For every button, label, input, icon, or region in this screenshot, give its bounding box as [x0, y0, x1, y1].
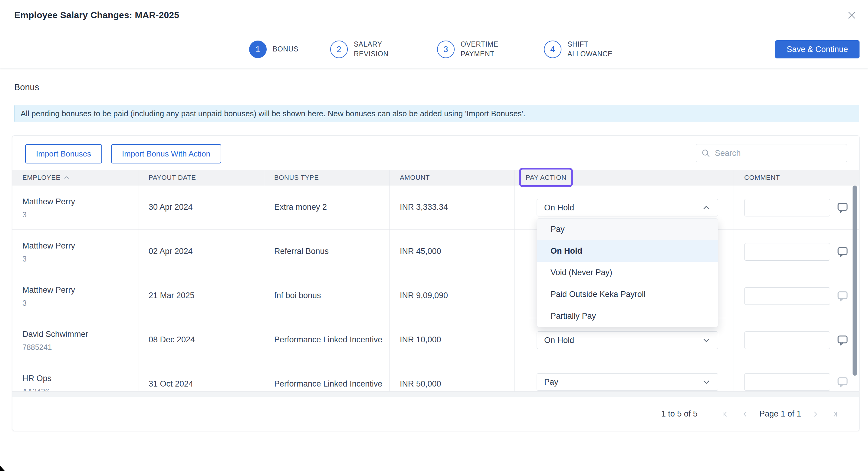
step-number: 2	[330, 40, 348, 58]
payout-date-cell: 21 Mar 2025	[149, 291, 195, 300]
column-divider	[515, 170, 515, 391]
table-row: HR OpsAA243631 Oct 2024Performance Linke…	[12, 362, 860, 391]
employee-id: AA2436	[22, 387, 49, 391]
table-footer: 1 to 5 of 5 Page 1 of 1	[12, 397, 860, 431]
table-row: Matthew Perry321 Mar 2025fnf boi bonusIN…	[12, 274, 860, 318]
comment-input[interactable]	[744, 287, 830, 305]
previous-page-icon[interactable]	[740, 409, 750, 419]
pay-action-value: Pay	[544, 377, 558, 387]
employee-salary-changes-modal: Employee Salary Changes: MAR-2025 1BONUS…	[0, 0, 868, 471]
step-number: 1	[249, 40, 267, 58]
comment-bubble-icon[interactable]	[836, 246, 849, 258]
bonus-type-cell: Extra money 2	[274, 202, 327, 212]
column-header-label: PAY ACTION	[526, 174, 566, 182]
amount-cell: INR 45,000	[400, 247, 441, 256]
employee-id: 3	[22, 255, 27, 264]
column-divider	[138, 170, 139, 391]
screen-corner-artifact	[0, 466, 5, 471]
employee-name: Matthew Perry	[22, 197, 75, 207]
stepper-step-bonus[interactable]: 1BONUS	[249, 40, 299, 58]
pay-action-value: On Hold	[544, 203, 574, 213]
bonus-type-cell: Performance Linked Incentive	[274, 379, 382, 389]
column-header-bonus-type[interactable]: BONUS TYPE	[274, 170, 319, 186]
table-row: Matthew Perry302 Apr 2024Referral BonusI…	[12, 230, 860, 274]
column-header-label: PAYOUT DATE	[149, 174, 196, 182]
dropdown-option-on-hold[interactable]: On Hold	[537, 240, 718, 262]
import-bonuses-button[interactable]: Import Bonuses	[25, 144, 102, 163]
page-title: Employee Salary Changes: MAR-2025	[14, 10, 179, 20]
sort-ascending-icon	[64, 175, 70, 181]
stepper-step-salary-revision[interactable]: 2SALARY REVISION	[330, 40, 405, 58]
payout-date-cell: 08 Dec 2024	[149, 335, 195, 344]
column-header-label: BONUS TYPE	[274, 174, 319, 182]
amount-cell: INR 50,000	[400, 379, 441, 389]
comment-bubble-icon[interactable]	[836, 334, 849, 347]
column-divider	[734, 170, 734, 391]
column-header-comment[interactable]: COMMENT	[744, 170, 780, 186]
dropdown-option-paid-outside-keka-payroll[interactable]: Paid Outside Keka Payroll	[537, 284, 718, 306]
step-label: SALARY REVISION	[354, 40, 405, 58]
amount-cell: INR 10,000	[400, 335, 441, 344]
employee-name: HR Ops	[22, 374, 52, 384]
stepper-step-shift-allowance[interactable]: 4SHIFT ALLOWANCE	[544, 40, 619, 58]
pagination-range-text: 1 to 5 of 5	[661, 409, 698, 419]
comment-input[interactable]	[744, 199, 830, 216]
section-heading: Bonus	[14, 82, 39, 92]
horizontal-scrollbar-track[interactable]	[12, 391, 860, 397]
amount-cell: INR 3,333.34	[400, 202, 448, 212]
info-banner: All pending bonuses to be paid (includin…	[14, 105, 859, 122]
bonus-type-cell: Performance Linked Incentive	[274, 335, 382, 344]
column-header-label: AMOUNT	[400, 174, 430, 182]
close-icon	[846, 9, 858, 21]
dropdown-option-partially-pay[interactable]: Partially Pay	[537, 305, 718, 327]
pay-action-select[interactable]: On Hold	[536, 199, 718, 216]
stepper-step-overtime-payment[interactable]: 3OVERTIME PAYMENT	[437, 40, 512, 58]
search-icon	[701, 148, 711, 158]
step-number: 3	[437, 40, 455, 58]
comment-bubble-icon[interactable]	[836, 376, 849, 388]
pay-action-select[interactable]: Pay	[536, 373, 718, 391]
payout-date-cell: 30 Apr 2024	[149, 202, 193, 212]
next-page-icon[interactable]	[810, 409, 820, 419]
column-header-pay-action[interactable]: PAY ACTION	[526, 170, 566, 186]
vertical-scrollbar[interactable]	[852, 186, 857, 376]
column-header-amount[interactable]: AMOUNT	[400, 170, 430, 186]
comment-input[interactable]	[744, 243, 830, 261]
comment-input[interactable]	[744, 332, 830, 349]
pay-action-value: On Hold	[544, 336, 574, 345]
comment-bubble-icon[interactable]	[836, 290, 849, 303]
search-input[interactable]	[715, 149, 842, 158]
pagination: 1 to 5 of 5 Page 1 of 1	[661, 397, 840, 431]
search-box[interactable]	[696, 144, 847, 162]
column-header-payout-date[interactable]: PAYOUT DATE	[149, 170, 196, 186]
table-row: Matthew Perry330 Apr 2024Extra money 2IN…	[12, 186, 860, 230]
dropdown-option-void-never-pay-[interactable]: Void (Never Pay)	[537, 262, 718, 284]
employee-id: 3	[22, 299, 27, 308]
dropdown-option-pay[interactable]: Pay	[537, 219, 718, 240]
first-page-icon[interactable]	[721, 409, 731, 419]
table-row: David Schwimmer788524108 Dec 2024Perform…	[12, 318, 860, 362]
bonus-type-cell: fnf boi bonus	[274, 291, 321, 300]
comment-input[interactable]	[744, 373, 830, 391]
save-continue-button[interactable]: Save & Continue	[775, 40, 860, 58]
column-divider	[264, 170, 264, 391]
chevron-up-icon	[702, 203, 711, 212]
info-banner-text: All pending bonuses to be paid (includin…	[21, 109, 525, 118]
last-page-icon[interactable]	[830, 409, 840, 419]
bonus-table-card: Import Bonuses Import Bonus With Action …	[12, 135, 860, 431]
close-button[interactable]	[846, 9, 858, 21]
payout-date-cell: 02 Apr 2024	[149, 247, 193, 256]
table-body: Matthew Perry330 Apr 2024Extra money 2IN…	[12, 186, 860, 391]
pay-action-select[interactable]: On Hold	[536, 332, 718, 349]
comment-bubble-icon[interactable]	[836, 201, 849, 214]
bonus-type-cell: Referral Bonus	[274, 247, 329, 256]
import-bonus-with-action-button[interactable]: Import Bonus With Action	[111, 144, 221, 163]
employee-name: Matthew Perry	[22, 285, 75, 296]
employee-name: Matthew Perry	[22, 241, 75, 252]
pay-action-dropdown-menu: PayOn HoldVoid (Never Pay)Paid Outside K…	[536, 218, 718, 327]
step-label: BONUS	[273, 44, 299, 54]
stepper: 1BONUS2SALARY REVISION3OVERTIME PAYMENT4…	[249, 30, 619, 68]
column-header-employee[interactable]: EMPLOYEE	[22, 170, 70, 186]
step-label: OVERTIME PAYMENT	[461, 40, 512, 58]
pagination-page-text: Page 1 of 1	[760, 409, 801, 419]
